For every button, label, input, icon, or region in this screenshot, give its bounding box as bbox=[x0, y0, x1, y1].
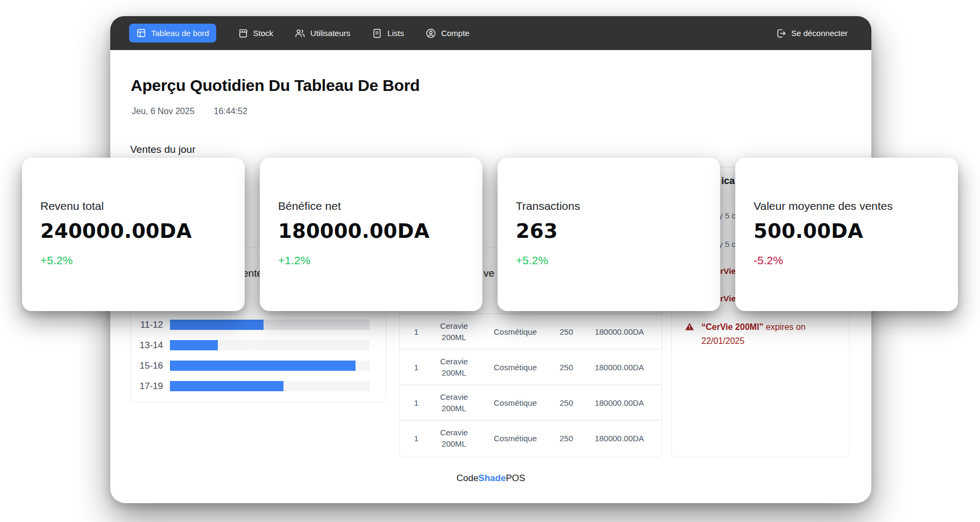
nav-tab-label: Compte bbox=[441, 29, 470, 38]
nav-tab-lists[interactable]: Lists bbox=[372, 28, 404, 39]
clipped-text-notifications-title: ica bbox=[721, 175, 735, 187]
dashboard-icon bbox=[136, 28, 146, 38]
cell-unit-price: 250 bbox=[556, 397, 577, 408]
clipped-text-notification-item: y 5 c bbox=[719, 239, 736, 249]
cell-total: 180000.00DA bbox=[577, 433, 662, 444]
chart-bar bbox=[170, 340, 218, 350]
chart-category-label: 17-19 bbox=[139, 381, 163, 392]
cell-product: Ceravie 200ML bbox=[433, 356, 475, 378]
brand-code: Code bbox=[457, 473, 479, 483]
chart-row: 15-16 bbox=[139, 361, 370, 371]
chart-bar bbox=[170, 361, 356, 371]
stat-card-transactions: Transactions 263 +5.2% bbox=[498, 158, 720, 311]
page-title: Aperçu Quotidien Du Tableau De Bord bbox=[131, 76, 420, 95]
clipped-text-notification-item: y 5 c bbox=[719, 211, 736, 220]
chart-bar-track bbox=[170, 340, 370, 350]
chart-row: 11-12 bbox=[139, 320, 370, 330]
account-icon bbox=[425, 28, 436, 39]
card-delta: -5.2% bbox=[754, 254, 942, 267]
cell-qty: 1 bbox=[400, 362, 433, 373]
logout-label: Se déconnecter bbox=[791, 29, 848, 38]
cell-unit-price: 250 bbox=[556, 362, 577, 373]
logout-button[interactable]: Se déconnecter bbox=[776, 28, 848, 39]
chart-bar-track bbox=[170, 381, 370, 391]
date-label: Jeu, 6 Nov 2025 bbox=[132, 107, 195, 116]
chart-bar bbox=[170, 320, 264, 330]
chart-row: 17-19 bbox=[139, 381, 370, 391]
cell-product: Ceravie 200ML bbox=[433, 391, 475, 414]
chart-bar-track bbox=[170, 320, 370, 330]
cell-total: 180000.00DA bbox=[577, 326, 662, 337]
warning-icon bbox=[685, 322, 694, 348]
cell-category: Cosmétique bbox=[475, 397, 556, 408]
cell-product: Ceravie 200ML bbox=[433, 427, 475, 449]
cell-qty: 1 bbox=[400, 326, 433, 337]
clipped-text-notification-item: rVie bbox=[720, 294, 736, 304]
table-row: 1 Ceravie 200ML Cosmétique 250 180000.00… bbox=[400, 313, 662, 349]
alert-text: “CerVie 200Ml” expires on 22/01/2025 bbox=[701, 320, 816, 348]
card-delta: +1.2% bbox=[278, 254, 466, 267]
stat-card-average-sale-value: Valeur moyenne des ventes 500.00DA -5.2% bbox=[735, 158, 958, 311]
cell-qty: 1 bbox=[400, 433, 433, 444]
cell-unit-price: 250 bbox=[556, 326, 577, 337]
stat-card-net-profit: Bénéfice net 180000.00DA +1.2% bbox=[260, 158, 482, 311]
card-label: Revenu total bbox=[40, 200, 229, 213]
nav-tab-dashboard[interactable]: Tableau de bord bbox=[129, 24, 216, 43]
nav-tab-stock[interactable]: Stock bbox=[238, 28, 274, 39]
store-icon bbox=[238, 28, 248, 39]
nav-tab-label: Stock bbox=[253, 29, 274, 38]
nav-tab-label: Lists bbox=[387, 29, 404, 38]
top-navbar: Tableau de bord Stock bbox=[110, 16, 871, 50]
table-row: 1 Ceravie 200ML Cosmétique 250 180000.00… bbox=[400, 349, 662, 384]
nav-tab-users[interactable]: Utilisateurs bbox=[295, 28, 350, 39]
section-title-daily-sales: Ventes du jour bbox=[130, 144, 195, 156]
cell-total: 180000.00DA bbox=[577, 397, 662, 408]
cell-unit-price: 250 bbox=[556, 433, 577, 444]
chart-category-label: 11-12 bbox=[139, 320, 163, 330]
cell-qty: 1 bbox=[400, 397, 433, 408]
brand-pos: POS bbox=[506, 473, 525, 483]
lists-icon bbox=[372, 28, 382, 39]
cell-product: Ceravie 200ML bbox=[433, 320, 475, 343]
alert-product-name: “CerVie 200Ml” bbox=[701, 322, 763, 331]
table-row: 1 Ceravie 200ML Cosmétique 250 180000.00… bbox=[400, 384, 662, 420]
logout-icon bbox=[776, 28, 786, 39]
cell-category: Cosmétique bbox=[475, 326, 556, 337]
chart-bar bbox=[170, 381, 283, 391]
card-label: Transactions bbox=[516, 200, 704, 213]
table-row: 1 Ceravie 200ML Cosmétique 250 180000.00… bbox=[400, 420, 662, 455]
nav-tab-label: Utilisateurs bbox=[310, 29, 350, 38]
cell-category: Cosmétique bbox=[475, 433, 556, 444]
chart-row: 13-14 bbox=[139, 340, 370, 350]
card-delta: +5.2% bbox=[516, 254, 704, 267]
chart-category-label: 13-14 bbox=[139, 340, 163, 351]
card-label: Valeur moyenne des ventes bbox=[754, 200, 942, 213]
stat-card-total-revenue: Revenu total 240000.00DA +5.2% bbox=[22, 158, 245, 311]
footer-brand: CodeShadePOS bbox=[110, 473, 871, 484]
users-icon bbox=[295, 28, 306, 39]
cell-category: Cosmétique bbox=[475, 362, 556, 373]
clipped-text-notification-item: rVie bbox=[720, 266, 736, 276]
sales-table-rows: 1 Ceravie 200ML Cosmétique 250 180000.00… bbox=[400, 313, 662, 455]
brand-shade: Shade bbox=[478, 473, 506, 483]
card-value: 180000.00DA bbox=[278, 220, 466, 243]
card-value: 263 bbox=[516, 220, 704, 243]
chart-bar-track bbox=[170, 361, 370, 371]
chart-category-label: 15-16 bbox=[139, 361, 163, 371]
nav-tab-label: Tableau de bord bbox=[151, 29, 209, 38]
card-delta: +5.2% bbox=[40, 254, 229, 267]
nav-tab-account[interactable]: Compte bbox=[425, 28, 470, 39]
page-canvas: Tableau de bord Stock bbox=[0, 0, 980, 522]
cell-total: 180000.00DA bbox=[577, 362, 662, 373]
card-value: 240000.00DA bbox=[40, 220, 229, 243]
time-label: 16:44:52 bbox=[214, 107, 247, 116]
card-label: Bénéfice net bbox=[278, 200, 466, 213]
date-time-row: Jeu, 6 Nov 2025 16:44:52 bbox=[132, 107, 247, 116]
card-value: 500.00DA bbox=[754, 220, 942, 243]
clipped-text-table-panel-title: ve bbox=[484, 267, 494, 279]
expiry-alert: “CerVie 200Ml” expires on 22/01/2025 bbox=[685, 320, 835, 348]
